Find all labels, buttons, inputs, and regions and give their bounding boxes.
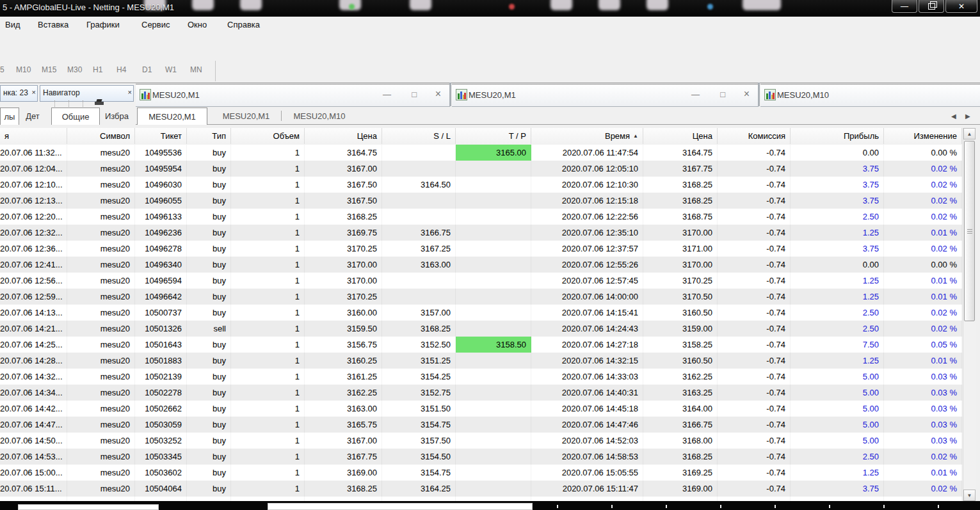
cell-я: 20.07.06 12:10... <box>0 177 67 193</box>
table-row[interactable]: 20.07.06 15:00...mesu2010503602buy13169.… <box>0 465 962 481</box>
cell-Тикет: 10496594 <box>135 273 187 289</box>
chart-tab-1[interactable]: MESU20,M1 <box>137 108 207 125</box>
chart-close-button[interactable]: × <box>435 88 441 100</box>
left-panel-tab-1[interactable]: лы <box>0 108 19 125</box>
tab-scroll-left-icon[interactable]: ◀ <box>951 113 956 120</box>
table-row[interactable]: 20.07.06 14:47...mesu2010503059buy13165.… <box>0 417 962 433</box>
chart-window-titlebar-1[interactable]: MESU20,M1—□× <box>136 84 450 107</box>
navigator-tab-2[interactable]: Избра <box>101 108 133 124</box>
scroll-down-button[interactable]: ▼ <box>963 490 976 501</box>
restore-button[interactable] <box>919 0 944 13</box>
cell-T / P <box>456 161 531 177</box>
column-header-11[interactable]: Комиссия <box>718 128 791 144</box>
table-row[interactable]: 20.07.06 12:13...mesu2010496055buy13167.… <box>0 193 962 209</box>
sort-ascending-icon: ▲ <box>633 133 638 139</box>
cell-Цена: 3167.50 <box>305 177 382 193</box>
cell-Изменение: 0.02 % <box>884 193 962 209</box>
menu-item-сервис[interactable]: Сервис <box>141 20 170 29</box>
timeframe-w1[interactable]: W1 <box>165 65 177 74</box>
timeframe-h1[interactable]: H1 <box>93 65 102 74</box>
table-row[interactable]: 20.07.06 14:42...mesu2010502662buy13163.… <box>0 401 962 417</box>
column-header-2[interactable]: Символ <box>67 128 135 144</box>
menu-item-вид[interactable]: Вид <box>5 20 20 29</box>
column-header-7[interactable]: S / L <box>382 128 456 144</box>
timeframe-5[interactable]: 5 <box>0 65 4 74</box>
table-row[interactable]: 20.07.06 14:21...mesu2010501326sell13159… <box>0 321 962 337</box>
column-header-8[interactable]: T / P <box>456 128 531 144</box>
table-row[interactable]: 20.07.06 12:56...mesu2010496594buy13170.… <box>0 273 962 289</box>
table-row[interactable]: 20.07.06 14:32...mesu2010502139buy13161.… <box>0 369 962 385</box>
menu-item-вставка[interactable]: Вставка <box>38 20 68 29</box>
cell-Объем: 1 <box>231 289 305 305</box>
cell-Тип: buy <box>187 481 231 497</box>
left-panel-tab-2[interactable]: Дет <box>21 108 44 124</box>
table-row[interactable]: 20.07.06 12:10...mesu2010496030buy13167.… <box>0 177 962 193</box>
cell-Время: 2020.07.06 12:57:45 <box>531 273 643 289</box>
timeframe-m15[interactable]: M15 <box>42 65 56 74</box>
cell-Время: 2020.07.06 12:10:30 <box>531 177 643 193</box>
cell-Цена: 3171.00 <box>643 241 718 257</box>
menu-item-окно[interactable]: Окно <box>188 20 207 29</box>
column-header-5[interactable]: Объем <box>231 128 305 144</box>
cell-Цена: 3162.25 <box>305 385 382 401</box>
table-row[interactable]: 20.07.06 12:32...mesu2010496236buy13169.… <box>0 225 962 241</box>
timeframe-h4[interactable]: H4 <box>116 65 126 74</box>
tab-scroll-right-icon[interactable]: ▶ <box>965 113 970 120</box>
table-row[interactable]: 20.07.06 12:04...mesu2010495954buy13167.… <box>0 161 962 177</box>
menu-item-графики[interactable]: Графики <box>86 20 120 29</box>
table-row[interactable]: 20.07.06 11:32...mesu2010495536buy13164.… <box>0 145 962 161</box>
column-header-3[interactable]: Тикет <box>135 128 187 144</box>
column-header-9[interactable]: Время▲ <box>531 128 643 144</box>
column-header-10[interactable]: Цена <box>643 128 718 144</box>
table-row[interactable]: 20.07.06 12:59...mesu2010496642buy13170.… <box>0 289 962 305</box>
table-row[interactable]: 20.07.06 12:41...mesu2010496340buy13170.… <box>0 257 962 273</box>
navigator-close-icon[interactable]: × <box>128 88 132 96</box>
table-row[interactable]: 20.07.06 14:34...mesu2010502278buy13162.… <box>0 385 962 401</box>
chart-window-titlebar-2[interactable]: MESU20,M1—□× <box>452 84 759 107</box>
column-header-1[interactable]: я <box>0 128 67 144</box>
table-row[interactable]: 20.07.06 12:36...mesu2010496278buy13170.… <box>0 241 962 257</box>
column-header-6[interactable]: Цена <box>305 128 382 144</box>
chart-minimize-button[interactable]: — <box>691 90 700 99</box>
vertical-scrollbar[interactable]: ▲ ▼ <box>963 128 976 501</box>
cell-Тип: sell <box>187 321 231 337</box>
chart-tab-2[interactable]: MESU20,M1 <box>216 108 277 124</box>
column-header-12[interactable]: Прибыль <box>791 128 884 144</box>
menu-item-справка[interactable]: Справка <box>227 20 260 29</box>
scroll-up-button[interactable]: ▲ <box>963 128 976 139</box>
market-watch-close-icon[interactable]: × <box>32 88 36 96</box>
column-header-13[interactable]: Изменение <box>884 128 962 144</box>
minimize-button[interactable]: — <box>892 0 917 13</box>
chart-maximize-button[interactable]: □ <box>720 90 725 99</box>
cell-S / L: 3151.25 <box>382 353 456 369</box>
chart-tab-3[interactable]: MESU20,M10 <box>287 108 352 124</box>
navigator-tab-1[interactable]: Общие <box>51 108 100 125</box>
close-button[interactable]: ✕ <box>945 0 977 13</box>
cell-S / L: 3152.75 <box>382 497 456 501</box>
cell-Тип: buy <box>187 353 231 369</box>
chart-maximize-button[interactable]: □ <box>412 90 417 99</box>
table-row[interactable]: 20.07.06 15:15...mesu2010504218buy13168.… <box>0 497 962 501</box>
timeframe-d1[interactable]: D1 <box>142 65 152 74</box>
timeframe-mn[interactable]: MN <box>190 65 202 74</box>
table-row[interactable]: 20.07.06 15:11...mesu2010504064buy13168.… <box>0 481 962 497</box>
chart-close-button[interactable]: × <box>744 88 750 100</box>
table-row[interactable]: 20.07.06 14:13...mesu2010500737buy13160.… <box>0 305 962 321</box>
cell-S / L: 3152.75 <box>382 385 456 401</box>
chart-window-titlebar-3[interactable]: MESU20,M10 <box>760 84 980 107</box>
timeframe-m10[interactable]: M10 <box>16 65 31 74</box>
cell-Тикет: 10495536 <box>135 145 187 161</box>
table-row[interactable]: 20.07.06 14:50...mesu2010503252buy13167.… <box>0 433 962 449</box>
table-row[interactable]: 20.07.06 14:53...mesu2010503345buy13167.… <box>0 449 962 465</box>
cell-Объем: 1 <box>231 337 305 353</box>
timeframe-m30[interactable]: M30 <box>67 65 82 74</box>
column-header-4[interactable]: Тип <box>187 128 231 144</box>
cell-T / P <box>456 353 531 369</box>
chart-minimize-button[interactable]: — <box>383 90 391 99</box>
scrollbar-thumb[interactable] <box>964 141 975 321</box>
table-row[interactable]: 20.07.06 14:25...mesu2010501643buy13156.… <box>0 337 962 353</box>
table-row[interactable]: 20.07.06 12:20...mesu2010496133buy13168.… <box>0 209 962 225</box>
table-row[interactable]: 20.07.06 14:28...mesu2010501883buy13160.… <box>0 353 962 369</box>
background-dot <box>349 4 355 10</box>
cell-Символ: mesu20 <box>67 161 135 177</box>
